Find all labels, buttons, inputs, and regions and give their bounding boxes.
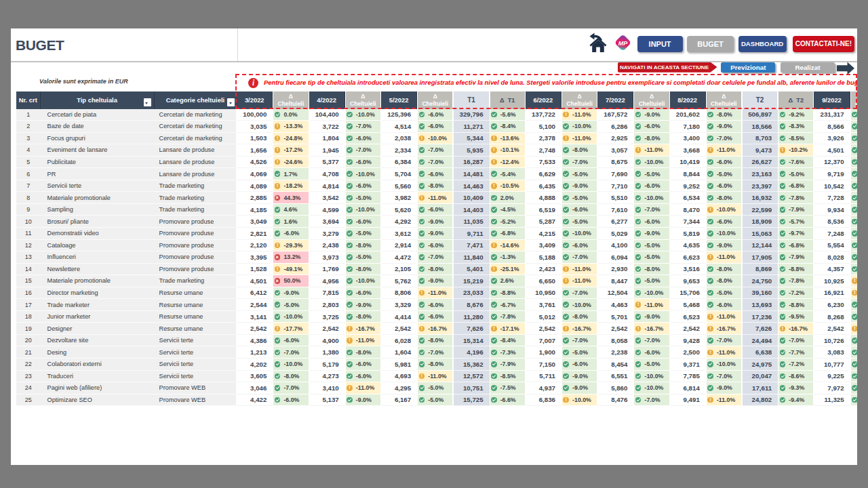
svg-text:MP: MP	[618, 40, 627, 47]
